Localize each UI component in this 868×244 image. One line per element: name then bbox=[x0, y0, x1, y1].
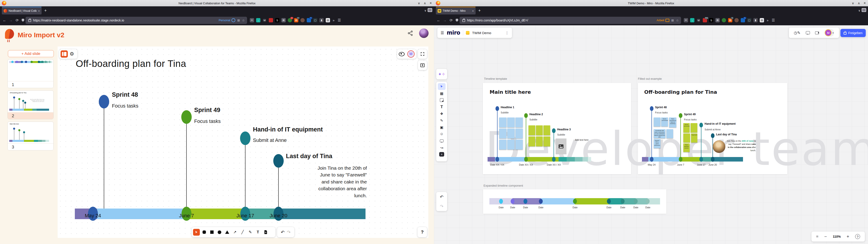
clipboard-extension-icon[interactable]: ▤ 17 bbox=[294, 18, 298, 22]
comments-icon[interactable] bbox=[806, 31, 810, 34]
tab-neoboard[interactable]: NeoBoard | Visual Collabo × bbox=[2, 7, 41, 14]
zoom-in-button[interactable]: + bbox=[846, 234, 849, 239]
bookmark-star-icon[interactable]: ☆ bbox=[676, 19, 679, 22]
sticky-note[interactable] bbox=[544, 136, 550, 146]
m-extension-icon[interactable]: M bbox=[262, 18, 267, 22]
door-extension-icon[interactable]: ▮ bbox=[319, 18, 324, 22]
milestone-circle[interactable] bbox=[240, 131, 250, 145]
milestone-title[interactable]: Headline 2 bbox=[529, 113, 543, 116]
redo-button[interactable]: ↷ bbox=[440, 204, 443, 209]
timeline-date[interactable]: June 20 bbox=[703, 163, 723, 166]
more-tools-button[interactable]: + bbox=[438, 151, 445, 158]
fox-extension-icon[interactable] bbox=[735, 18, 739, 22]
present-button[interactable] bbox=[418, 61, 427, 70]
pen-tool-button[interactable]: ✎ bbox=[438, 117, 445, 124]
milestone-dot[interactable] bbox=[495, 106, 499, 111]
triangle-tool-button[interactable] bbox=[224, 229, 230, 236]
comment-tool-button[interactable] bbox=[438, 138, 445, 144]
frame-label[interactable]: Filled out example bbox=[638, 77, 662, 81]
sticky-note[interactable] bbox=[507, 128, 515, 139]
fullscreen-button[interactable] bbox=[418, 49, 427, 59]
milestone-subtitle[interactable]: Submit at Anne bbox=[253, 138, 287, 143]
list-tabs-chevron-icon[interactable]: ∨ bbox=[858, 9, 860, 12]
download-extension-icon[interactable]: ↓ bbox=[256, 18, 260, 22]
main-menu-hamburger-icon[interactable]: ☰ bbox=[440, 30, 444, 35]
tab-close-icon[interactable]: × bbox=[38, 9, 40, 13]
milestone-title[interactable]: Headline 3 bbox=[557, 128, 571, 131]
download-extension-icon[interactable]: ↓ bbox=[690, 18, 694, 22]
connector-tool-button[interactable]: ↝ bbox=[438, 144, 445, 151]
milestone-title[interactable]: Hand-in of IT equipment bbox=[253, 126, 323, 133]
zoom-out-button[interactable]: − bbox=[825, 234, 827, 239]
milestone-circle[interactable] bbox=[181, 110, 192, 124]
frame-tool-button[interactable]: ▣ bbox=[438, 124, 445, 130]
milestone-dot[interactable] bbox=[524, 113, 528, 118]
templates-tool-button[interactable]: ▦ bbox=[438, 90, 445, 97]
slide-title[interactable]: Off-boarding plan for Tina bbox=[76, 58, 186, 69]
milestone-title[interactable]: Sprint 49 bbox=[194, 106, 220, 114]
clipboard-extension-icon[interactable]: ▤ 8 bbox=[728, 18, 733, 22]
slide-thumbnail-2[interactable]: Off-boarding plan for Tina Join Tina on … bbox=[7, 90, 54, 119]
help-button[interactable]: ? bbox=[855, 234, 860, 239]
door-extension-icon[interactable]: ▮ bbox=[753, 18, 758, 22]
sticky-note[interactable]: Support PO in sprint refinement bbox=[654, 139, 660, 148]
overflow-chevrons-icon[interactable]: » bbox=[333, 19, 335, 22]
sticky-note[interactable] bbox=[507, 140, 515, 150]
red-shield-extension-icon[interactable]: 253 bbox=[703, 18, 707, 22]
milestone-title[interactable]: Sprint 49 bbox=[684, 113, 695, 116]
milestone-title[interactable]: Sprint 48 bbox=[112, 91, 138, 98]
close-button[interactable]: × bbox=[864, 1, 866, 5]
tab-close-icon[interactable]: × bbox=[472, 9, 474, 13]
new-tab-button[interactable]: + bbox=[44, 8, 47, 13]
sticky-note-tool-button[interactable] bbox=[438, 97, 445, 103]
sticky-note[interactable]: Team farewell session bbox=[683, 144, 690, 152]
sticky-note[interactable]: Hypercare bbox=[691, 133, 698, 143]
sticky-note[interactable] bbox=[536, 136, 543, 146]
url-text[interactable]: https://miro.com/app/board/uXjVLsJm_dE=/ bbox=[467, 19, 528, 22]
arrow-tool-button[interactable]: ↗ bbox=[231, 229, 238, 236]
timeline-date[interactable]: Date XX / XX bbox=[487, 163, 507, 166]
select-tool-button[interactable] bbox=[438, 83, 445, 90]
timeline-dot[interactable] bbox=[539, 199, 543, 204]
milestone-title[interactable]: Headline 1 bbox=[501, 106, 514, 109]
text-tool-button[interactable]: T bbox=[438, 103, 445, 110]
close-button[interactable]: × bbox=[430, 1, 432, 5]
milestone-circle[interactable] bbox=[273, 154, 284, 167]
frame-label[interactable]: Expanded timeline component bbox=[484, 184, 523, 187]
milestone-subtitle[interactable]: Subtitle bbox=[501, 111, 508, 114]
sticky-note[interactable] bbox=[536, 125, 543, 135]
milestone-dot[interactable] bbox=[650, 106, 653, 111]
sticky-note[interactable] bbox=[683, 133, 690, 143]
sticky-note[interactable] bbox=[499, 140, 506, 150]
timeline-dot[interactable] bbox=[499, 199, 503, 204]
sticky-note[interactable] bbox=[515, 118, 523, 127]
page-extension-icon[interactable]: ▤ bbox=[760, 18, 764, 22]
red-shield-extension-icon[interactable] bbox=[269, 18, 273, 22]
maximize-button[interactable]: ∧ bbox=[858, 1, 860, 5]
bookmark-star-icon[interactable]: ☆ bbox=[242, 19, 245, 22]
screenshot-tool-icon[interactable]: ✂ bbox=[684, 18, 688, 22]
timeline-bar[interactable] bbox=[488, 157, 591, 161]
sticky-note[interactable] bbox=[528, 125, 535, 135]
milestone-circle[interactable] bbox=[99, 95, 109, 109]
milestone-title[interactable]: Last day of Tina bbox=[716, 133, 737, 136]
sticky-note[interactable]: Team competency map-out workshop bbox=[669, 118, 676, 127]
tina-photo[interactable] bbox=[713, 140, 725, 153]
tab-miro[interactable]: M TWIM Demo - Miro × bbox=[436, 7, 475, 14]
s-extension-icon[interactable]: S bbox=[275, 18, 279, 22]
page-extension-icon[interactable]: ▤ bbox=[326, 18, 330, 22]
minimize-button[interactable]: ∨ bbox=[418, 1, 420, 5]
milestone-subtitle[interactable]: Subtitle bbox=[557, 133, 565, 136]
milestone-subtitle[interactable]: Subtitle bbox=[529, 118, 537, 121]
user-avatar[interactable] bbox=[419, 28, 429, 38]
slide-panel-button[interactable] bbox=[61, 50, 68, 58]
rectangle-tool-button[interactable] bbox=[209, 229, 215, 236]
slide-thumbnail-1[interactable]: 1 bbox=[7, 59, 54, 88]
sticky-note[interactable] bbox=[666, 129, 673, 138]
milestone-subtitle[interactable]: Submit at Anne bbox=[705, 128, 721, 131]
sticky-note[interactable] bbox=[507, 118, 515, 127]
milestone-title[interactable]: Sprint 48 bbox=[655, 106, 666, 109]
milestone-dot[interactable] bbox=[679, 113, 682, 118]
milestone-dot[interactable] bbox=[552, 128, 556, 133]
timeline-date[interactable]: Date bbox=[565, 206, 585, 209]
